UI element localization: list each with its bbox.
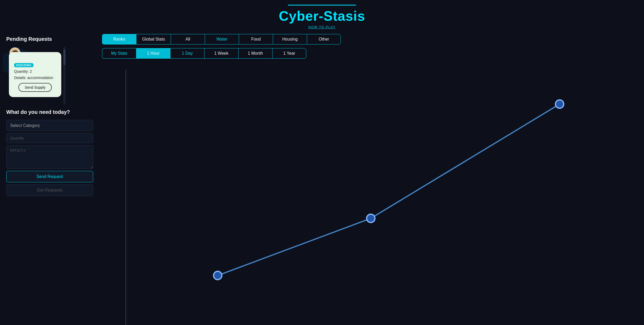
tab-1-day[interactable]: 1 Day (170, 48, 204, 59)
pending-requests-title: Pending Requests (6, 36, 93, 42)
send-supply-button[interactable]: Send Supply (18, 83, 52, 92)
scrollbar-track[interactable] (63, 47, 65, 104)
request-card: HOUSING Quantity: 2 Details: accommodati… (9, 52, 61, 97)
need-section-title: What do you need today? (6, 109, 93, 115)
send-request-button[interactable]: Send Request (6, 171, 93, 182)
card-quantity: Quantity: 2 (14, 69, 32, 74)
tab-food[interactable]: Food (239, 34, 273, 44)
sidebar: Pending Requests 🧑 HOUSING Quantity: 2 D… (0, 31, 99, 320)
tab-row-2: My Stats1 Hour1 Day1 Week1 Month1 Year (102, 48, 636, 59)
svg-point-7 (367, 214, 375, 222)
how-to-play-link[interactable]: HOW TO PLAY (308, 25, 336, 29)
tab-water[interactable]: Water (205, 34, 239, 44)
tab-ranks[interactable]: Ranks (102, 34, 136, 44)
card-details: Details: accommodation (14, 76, 53, 80)
right-panel: RanksGlobal StatsAllWaterFoodHousingOthe… (99, 31, 644, 320)
svg-point-6 (214, 271, 222, 280)
header: Cyber-Stasis HOW TO PLAY (0, 0, 644, 31)
tab-all[interactable]: All (171, 34, 205, 44)
chart-svg (102, 64, 636, 325)
header-accent-line (288, 5, 356, 5)
tab-my-stats[interactable]: My Stats (102, 48, 136, 59)
request-list-wrapper: 🧑 HOUSING Quantity: 2 Details: accommoda… (6, 47, 93, 104)
main-layout: Pending Requests 🧑 HOUSING Quantity: 2 D… (0, 31, 644, 320)
tab-1-month[interactable]: 1 Month (238, 48, 272, 59)
tab-1-hour[interactable]: 1 Hour (136, 48, 170, 59)
tab-row-1: RanksGlobal StatsAllWaterFoodHousingOthe… (102, 34, 636, 44)
tab-1-year[interactable]: 1 Year (272, 48, 306, 59)
scrollbar-thumb (63, 49, 65, 65)
tab-global-stats[interactable]: Global Stats (136, 34, 171, 44)
details-textarea[interactable] (6, 145, 93, 169)
tab-housing[interactable]: Housing (273, 34, 307, 44)
tab-other[interactable]: Other (307, 34, 341, 44)
svg-point-8 (556, 100, 564, 108)
request-form: Select Category Send Request Get Request… (6, 120, 93, 196)
housing-badge: HOUSING (14, 63, 34, 67)
chart-container (102, 64, 636, 325)
quantity-input[interactable] (6, 133, 93, 143)
app-title: Cyber-Stasis (0, 8, 644, 24)
tab-1-week[interactable]: 1 Week (204, 48, 238, 59)
get-requests-button[interactable]: Get Requests (6, 184, 93, 196)
category-select[interactable]: Select Category (6, 120, 93, 131)
